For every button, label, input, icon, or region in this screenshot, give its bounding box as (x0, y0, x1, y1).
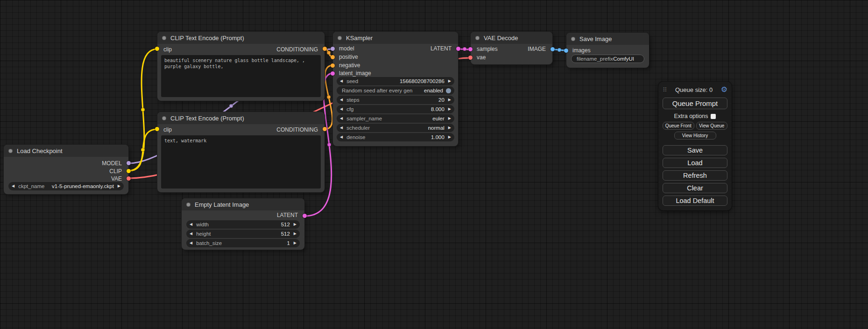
output-dot-model[interactable] (127, 161, 131, 165)
input-dot-images[interactable] (564, 49, 568, 53)
link-midpoint-dot (327, 95, 331, 99)
clear-button[interactable]: Clear (663, 183, 727, 193)
output-dot-conditioning[interactable] (323, 47, 327, 51)
refresh-button[interactable]: Refresh (663, 170, 727, 181)
node-vae-decode[interactable]: VAE Decode samples vae IMAGE (471, 32, 552, 64)
node-status-dot-icon (186, 203, 191, 207)
widget-value: 1 (287, 240, 289, 246)
random-seed-toggle-widget[interactable]: Random seed after every gen enabled (337, 86, 454, 95)
increment-arrow-icon[interactable]: ▶ (294, 241, 296, 245)
decrement-arrow-icon[interactable]: ◀ (340, 117, 343, 120)
input-dot-clip[interactable] (155, 47, 159, 51)
output-label-conditioning: CONDITIONING (276, 126, 318, 133)
cfg-widget[interactable]: ◀ cfg 8.000 ▶ (337, 105, 454, 113)
sampler-name-widget[interactable]: ◀ sampler_name euler ▶ (337, 114, 454, 123)
increment-arrow-icon[interactable]: ▶ (448, 107, 451, 111)
input-dot-clip[interactable] (155, 127, 159, 131)
decrement-arrow-icon[interactable]: ◀ (190, 232, 192, 236)
link-midpoint-dot (229, 104, 233, 108)
input-dot-positive[interactable] (331, 55, 335, 59)
seed-widget[interactable]: ◀ seed 156680208700286 ▶ (337, 77, 454, 85)
load-button[interactable]: Load (663, 158, 727, 168)
queue-front-button[interactable]: Queue Front (663, 122, 694, 130)
batch-size-widget[interactable]: ◀ batch_size 1 ▶ (186, 239, 300, 247)
link-midpoint-dot (327, 51, 331, 55)
widget-name: Random seed after every gen (342, 88, 413, 93)
input-dot-model[interactable] (331, 47, 335, 51)
output-dot-vae[interactable] (127, 176, 131, 181)
height-widget[interactable]: ◀ height 512 ▶ (186, 230, 300, 238)
queue-buttons-row: Queue Front View Queue (663, 122, 727, 130)
steps-widget[interactable]: ◀ steps 20 ▶ (337, 96, 454, 104)
node-title-bar[interactable]: CLIP Text Encode (Prompt) (157, 32, 325, 44)
node-status-dot-icon (162, 36, 166, 40)
widget-name: scheduler (346, 125, 370, 131)
settings-gear-icon[interactable]: ⚙ (721, 86, 727, 93)
node-clip-text-encode-positive[interactable]: CLIP Text Encode (Prompt) clip CONDITION… (157, 32, 325, 101)
input-dot-latent-image[interactable] (331, 71, 335, 76)
decrement-arrow-icon[interactable]: ◀ (340, 107, 343, 111)
decrement-arrow-icon[interactable]: ◀ (340, 135, 343, 139)
output-dot-conditioning[interactable] (323, 127, 327, 131)
input-dot-negative[interactable] (331, 63, 335, 68)
node-title-bar[interactable]: Empty Latent Image (182, 198, 304, 210)
node-graph-canvas[interactable]: Load Checkpoint MODEL CLIP VAE ◀ ckpt_na… (0, 0, 868, 329)
input-label-negative: negative (339, 62, 360, 69)
decrement-arrow-icon[interactable]: ◀ (12, 184, 14, 188)
denoise-widget[interactable]: ◀ denoise 1.000 ▶ (337, 133, 454, 141)
increment-arrow-icon[interactable]: ▶ (448, 117, 451, 120)
output-label-vae: VAE (111, 175, 122, 182)
node-title-bar[interactable]: Load Checkpoint (4, 145, 128, 157)
view-history-button[interactable]: View History (674, 132, 716, 140)
prompt-text-input[interactable]: beautiful scenery nature glass bottle la… (161, 55, 321, 97)
output-dot-clip[interactable] (127, 169, 131, 173)
increment-arrow-icon[interactable]: ▶ (448, 135, 451, 139)
prompt-text-input[interactable]: text, watermark (161, 135, 321, 189)
widget-name: seed (346, 78, 358, 84)
node-title-bar[interactable]: CLIP Text Encode (Prompt) (157, 112, 325, 124)
output-dot-latent[interactable] (303, 214, 307, 218)
increment-arrow-icon[interactable]: ▶ (448, 98, 451, 102)
toggle-knob-icon[interactable] (446, 88, 451, 93)
increment-arrow-icon[interactable]: ▶ (448, 126, 451, 130)
decrement-arrow-icon[interactable]: ◀ (340, 79, 343, 83)
filename-prefix-widget[interactable]: filename_prefix ComfyUI (571, 55, 644, 63)
node-title: KSampler (346, 35, 373, 42)
node-title-bar[interactable]: Save Image (566, 33, 649, 45)
node-title-bar[interactable]: VAE Decode (471, 32, 552, 44)
node-empty-latent-image[interactable]: Empty Latent Image LATENT ◀ width 512 ▶ … (182, 198, 304, 250)
scheduler-widget[interactable]: ◀ scheduler normal ▶ (337, 124, 454, 132)
decrement-arrow-icon[interactable]: ◀ (340, 98, 343, 102)
drag-handle-icon[interactable]: ⠿ (663, 86, 667, 93)
output-dot-image[interactable] (550, 47, 555, 51)
output-dot-latent[interactable] (456, 47, 460, 51)
node-clip-text-encode-negative[interactable]: CLIP Text Encode (Prompt) clip CONDITION… (157, 112, 325, 192)
load-default-button[interactable]: Load Default (663, 196, 727, 206)
output-label-clip: CLIP (109, 168, 122, 175)
view-queue-button[interactable]: View Queue (696, 122, 728, 130)
decrement-arrow-icon[interactable]: ◀ (190, 223, 192, 226)
node-load-checkpoint[interactable]: Load Checkpoint MODEL CLIP VAE ◀ ckpt_na… (4, 145, 128, 194)
extra-options-checkbox[interactable] (711, 114, 716, 119)
increment-arrow-icon[interactable]: ▶ (294, 223, 296, 226)
ckpt-name-widget[interactable]: ◀ ckpt_name v1-5-pruned-emaonly.ckpt ▶ (8, 182, 124, 190)
widget-name: cfg (346, 106, 353, 112)
node-ksampler[interactable]: KSampler model positive negative latent_… (333, 32, 458, 146)
node-title: CLIP Text Encode (Prompt) (170, 35, 244, 42)
link-midpoint-dot (463, 47, 466, 51)
node-save-image[interactable]: Save Image images filename_prefix ComfyU… (566, 33, 649, 68)
width-widget[interactable]: ◀ width 512 ▶ (186, 220, 300, 229)
increment-arrow-icon[interactable]: ▶ (118, 184, 120, 188)
queue-prompt-button[interactable]: Queue Prompt (663, 98, 727, 109)
input-label-images: images (572, 47, 591, 54)
input-dot-samples[interactable] (468, 47, 473, 51)
save-button[interactable]: Save (663, 145, 727, 155)
decrement-arrow-icon[interactable]: ◀ (190, 241, 192, 245)
input-dot-vae[interactable] (468, 56, 473, 60)
decrement-arrow-icon[interactable]: ◀ (340, 126, 343, 130)
widget-value: 512 (281, 222, 290, 227)
increment-arrow-icon[interactable]: ▶ (294, 232, 296, 236)
node-title: Load Checkpoint (17, 147, 63, 154)
increment-arrow-icon[interactable]: ▶ (448, 79, 451, 83)
node-title-bar[interactable]: KSampler (333, 32, 458, 44)
